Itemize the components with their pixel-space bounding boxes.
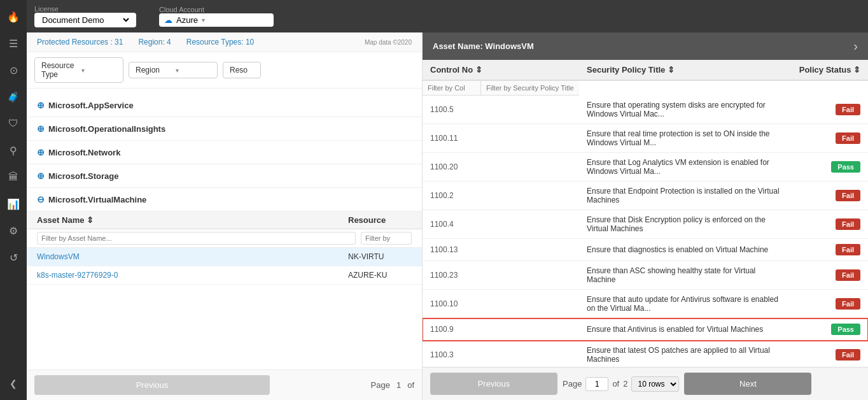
license-label: License [34,5,136,13]
detail-table-row[interactable]: 1100.3Ensure that latest OS patches are … [423,341,868,368]
resource-group-operational-header[interactable]: ⊕ Microsoft.OperationalInsights [27,117,422,141]
detail-table-row[interactable]: 1100.20Ensure that Log Analytics VM exte… [423,153,868,182]
chart-icon[interactable]: 📊 [2,192,25,215]
right-total-pages: 2 [623,379,627,389]
resource-type-arrow: ▾ [81,67,116,74]
page-label: Page [371,380,390,390]
right-page-number-input[interactable] [585,377,608,391]
control-no-cell: 1100.5 [423,96,579,124]
detail-table-row[interactable]: 1100.13Ensure that diagnostics is enable… [423,239,868,261]
cloud-account-value: Azure [176,15,198,25]
license-select-wrapper[interactable]: Document Demo [34,13,136,27]
logo-icon[interactable]: 🔥 [2,5,25,28]
map-data-text: Map data ©2020 [365,39,412,46]
filter-policy-input[interactable] [481,81,579,95]
hamburger-icon[interactable]: ☰ [2,32,25,55]
policy-status-cell: Fail [792,341,868,368]
of-label: of [407,380,414,390]
right-panel-close-button[interactable]: › [853,39,858,54]
page-number: 1 [396,380,401,390]
right-previous-button[interactable]: Previous [430,373,557,395]
resource-group-appservice-header[interactable]: ⊕ Microsoft.AppService [27,94,422,117]
storage-label: Microsoft.Storage [48,171,119,181]
plus-icon-network: ⊕ [37,147,45,157]
protected-resources-stat: Protected Resources : 31 [37,38,123,46]
policy-title-header: Security Policy Title ⇕ [579,60,792,80]
asset-resource-k8s: AZURE-KU [348,271,412,280]
sidebar: 🔥 ☰ ⊙ 🧳 🛡 ⚲ 🏛 📊 ⚙ ↺ ❮ [0,0,27,400]
policy-status-cell: Fail [792,261,868,290]
resource-group-appservice: ⊕ Microsoft.AppService [27,94,422,117]
operational-label: Microsoft.OperationalInsights [48,124,165,134]
gear-icon[interactable]: ⚙ [2,219,25,242]
bank-icon[interactable]: 🏛 [2,166,25,189]
control-no-cell: 1100.23 [423,261,579,290]
right-page-info: Page of 2 10 rows 20 rows 50 rows [563,376,679,392]
policy-title-cell: Ensure that Endpoint Protection is insta… [579,182,792,210]
policy-title-cell: Ensure that latest OS patches are applie… [579,341,792,368]
network-label: Microsoft.Network [48,148,120,157]
resource-group-storage-header[interactable]: ⊕ Microsoft.Storage [27,164,422,188]
plus-icon-operational: ⊕ [37,124,45,134]
license-section: License Document Demo [34,5,136,27]
control-no-cell: 1100.10 [423,290,579,318]
azure-icon: ☁ [164,15,172,25]
detail-table-row[interactable]: 1100.9Ensure that Antivirus is enabled f… [423,318,868,341]
asset-row-windowsvm[interactable]: WindowsVM NK-VIRTU [27,248,422,266]
filter-bar: Resource Type ▾ Region ▾ Reso [27,52,422,89]
resource-group-network-header[interactable]: ⊕ Microsoft.Network [27,141,422,164]
asset-table-wrapper: Asset Name ⇕ Resource WindowsVM NK-VIRTU [27,211,422,290]
plus-icon-appservice: ⊕ [37,100,45,110]
cloud-account-select[interactable]: ☁ Azure ▾ [159,13,274,27]
cloud-account-label: Cloud Account [159,6,274,13]
license-select[interactable]: Document Demo [39,15,131,25]
detail-table-row[interactable]: 1100.5Ensure that operating system disks… [423,96,868,124]
resource-filter[interactable]: Reso [223,62,261,78]
minus-icon-vm: ⊖ [37,194,45,204]
collapse-sidebar-button[interactable]: ❮ [2,372,25,395]
right-rows-select[interactable]: 10 rows 20 rows 50 rows [631,376,679,392]
filter-col-input[interactable] [423,81,481,95]
control-no-cell: 1100.3 [423,341,579,368]
shield-icon[interactable]: 🛡 [2,112,25,135]
policy-title-cell: Ensure that diagnostics is enabled on Vi… [579,239,792,261]
detail-table-row[interactable]: 1100.4Ensure that Disk Encryption policy… [423,210,868,239]
region-stat: Region: 4 [138,38,171,46]
region-arrow: ▾ [176,67,211,74]
history-icon[interactable]: ↺ [2,246,25,269]
briefcase-icon[interactable]: 🧳 [2,85,25,108]
status-badge: Fail [836,349,860,361]
asset-row-k8s[interactable]: k8s-master-92776929-0 AZURE-KU [27,266,422,285]
asset-col-name-header: Asset Name ⇕ [37,215,348,225]
resource-list: ⊕ Microsoft.AppService ⊕ Microsoft.Opera… [27,89,422,369]
stats-bar: Protected Resources : 31 Region: 4 Resou… [27,32,422,52]
control-no-cell: 1100.9 [423,318,579,341]
asset-resource-filter-input[interactable] [361,232,412,245]
detail-table-row[interactable]: 1100.10Ensure that auto update for Antiv… [423,290,868,318]
detail-table-row[interactable]: 1100.2Ensure that Endpoint Protection is… [423,182,868,210]
policy-title-cell: Ensure that real time protection is set … [579,124,792,153]
vm-label: Microsoft.VirtualMachine [48,195,146,204]
right-panel: Asset Name: WindowsVM › Control No ⇕ Sec… [423,32,868,400]
resource-group-vm-header[interactable]: ⊖ Microsoft.VirtualMachine [27,188,422,211]
right-pagination-bar: Previous Page of 2 10 rows 20 rows 50 ro… [423,367,868,400]
dashboard-icon[interactable]: ⊙ [2,59,25,82]
search-icon[interactable]: ⚲ [2,139,25,162]
policy-status-header: Policy Status ⇕ [792,60,868,80]
asset-name-filter-input[interactable] [37,232,356,245]
policy-status-cell: Fail [792,290,868,318]
left-previous-button[interactable]: Previous [34,375,270,395]
resource-type-filter[interactable]: Resource Type ▾ [34,57,123,83]
region-filter[interactable]: Region ▾ [129,62,218,78]
right-next-button[interactable]: Next [684,373,811,395]
region-label: Region [136,66,171,75]
detail-table-row[interactable]: 1100.11Ensure that real time protection … [423,124,868,153]
top-bar: License Document Demo Cloud Account ☁ Az… [27,0,868,32]
policy-title-cell: Ensure that Disk Encryption policy is en… [579,210,792,239]
policy-status-cell: Fail [792,239,868,261]
detail-table-row[interactable]: 1100.23Ensure than ASC showing healthy s… [423,261,868,290]
policy-status-cell: Pass [792,153,868,182]
plus-icon-storage: ⊕ [37,171,45,181]
asset-name-k8s: k8s-master-92776929-0 [37,271,348,280]
policy-title-cell: Ensure that Log Analytics VM extension i… [579,153,792,182]
